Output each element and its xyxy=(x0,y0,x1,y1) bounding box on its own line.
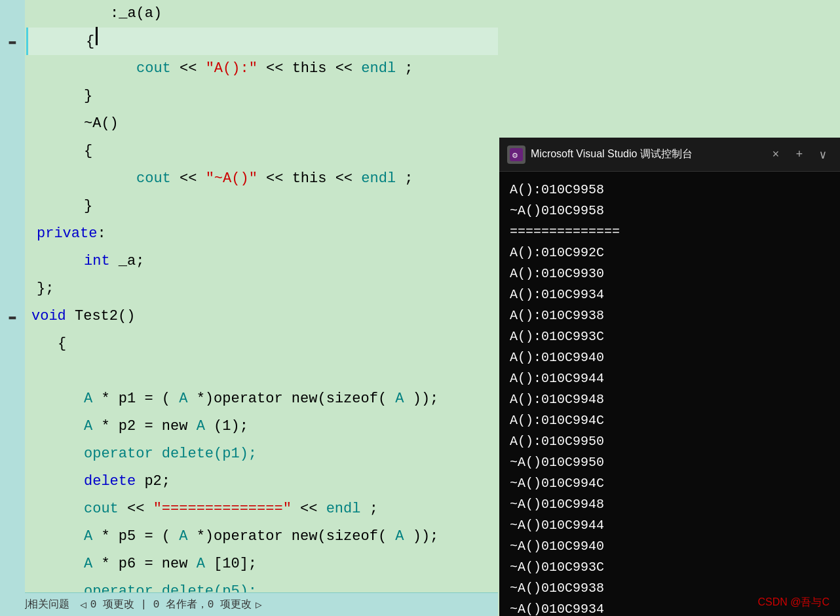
code-text: }; xyxy=(31,275,54,303)
code-text: operator delete(p1); xyxy=(31,440,257,468)
console-line: A():010C994C xyxy=(510,410,830,431)
code-text: int _a; xyxy=(31,248,144,275)
code-line-18: delete p2; xyxy=(26,468,498,495)
code-line-17: operator delete(p1); xyxy=(26,440,498,468)
code-text: cout << "==============" << endl ; xyxy=(31,495,378,523)
code-text: A * p2 = new A (1); xyxy=(31,413,248,440)
add-button[interactable]: + xyxy=(790,145,809,164)
gutter-empty-5 xyxy=(0,165,25,193)
console-line: ~A()010C9950 xyxy=(510,452,830,473)
csdn-watermark: CSDN @吾与C xyxy=(757,596,830,609)
console-line: A():010C992C xyxy=(510,242,830,263)
code-text: delete p2; xyxy=(31,468,170,495)
code-line-12: void Test2() xyxy=(26,303,498,330)
gutter-empty-7 xyxy=(0,220,25,248)
gutter-empty-8 xyxy=(0,248,25,275)
editor-area: ▬ ▬ :_a(a) { cout << "A():" << this xyxy=(0,0,498,616)
code-text: cout << "A():" << this << endl ; xyxy=(31,55,413,83)
console-line: A():010C9934 xyxy=(510,284,830,305)
code-text: private: xyxy=(31,220,106,248)
code-text: } xyxy=(31,83,92,110)
status-bar: 找到相关问题 ◁ 0 项更改 | 0 名作者，0 项更改 ▷ xyxy=(0,592,498,616)
code-line-21: A * p6 = new A [10]; xyxy=(26,550,498,578)
gutter-empty-10 xyxy=(0,330,25,358)
console-line: ~A()010C9940 xyxy=(510,536,830,557)
svg-text:⚙: ⚙ xyxy=(512,151,518,159)
code-block: :_a(a) { cout << "A():" << this << endl … xyxy=(0,0,498,616)
vs-icon: ⚙ xyxy=(507,145,525,164)
console-line: ~A()010C9944 xyxy=(510,515,830,536)
code-line-5: ~A() xyxy=(26,110,498,138)
status-arrow-left[interactable]: ◁ xyxy=(80,598,86,611)
code-text: A * p1 = ( A *)operator new(sizeof( A ))… xyxy=(31,385,438,413)
console-line: A():010C9948 xyxy=(510,389,830,410)
code-line-20: A * p5 = ( A *)operator new(sizeof( A ))… xyxy=(26,523,498,550)
code-line-16: A * p2 = new A (1); xyxy=(26,413,498,440)
status-arrow-right[interactable]: ▷ xyxy=(256,598,262,611)
code-text: void Test2() xyxy=(31,303,135,330)
gutter: ▬ ▬ xyxy=(0,0,25,616)
console-line: A():010C9950 xyxy=(510,431,830,452)
gutter-collapse-2[interactable]: ▬ xyxy=(0,303,25,330)
gutter-empty-3 xyxy=(0,110,25,138)
console-line: ~A()010C993C xyxy=(510,557,830,578)
gutter-empty-1 xyxy=(0,55,25,83)
console-line: A():010C9958 xyxy=(510,180,830,201)
gutter-empty-2 xyxy=(0,83,25,110)
close-button[interactable]: × xyxy=(767,145,785,164)
chevron-down-icon[interactable]: ∨ xyxy=(814,145,832,164)
code-line-13: { xyxy=(26,330,498,358)
console-line: A():010C9944 xyxy=(510,368,830,389)
code-text: { xyxy=(31,138,92,165)
gutter-empty-4 xyxy=(0,138,25,165)
code-line-3: cout << "A():" << this << endl ; xyxy=(26,55,498,83)
console-line: A():010C9938 xyxy=(510,305,830,326)
console-line: ~A()010C9948 xyxy=(510,494,830,515)
gutter-empty-9 xyxy=(0,275,25,303)
code-text: cout << "~A()" << this << endl ; xyxy=(31,165,413,193)
code-text xyxy=(31,358,92,385)
console-line: ~A()010C9958 xyxy=(510,201,830,221)
console-line: A():010C9930 xyxy=(510,263,830,284)
code-text: ~A() xyxy=(31,110,119,138)
code-line-6: { xyxy=(26,138,498,165)
code-line-9: private: xyxy=(26,220,498,248)
code-text: { xyxy=(31,330,66,358)
console-title: Microsoft Visual Studio 调试控制台 xyxy=(531,147,761,161)
code-line-11: }; xyxy=(26,275,498,303)
console-line: ============== xyxy=(510,221,830,242)
console-header: ⚙ Microsoft Visual Studio 调试控制台 × + ∨ xyxy=(499,138,840,172)
console-line: ~A()010C994C xyxy=(510,473,830,494)
code-line-8: } xyxy=(26,193,498,220)
code-line-1: :_a(a) xyxy=(26,0,498,28)
code-text: A * p5 = ( A *)operator new(sizeof( A ))… xyxy=(31,523,438,550)
code-line-2-active: { xyxy=(26,28,498,55)
console-panel: ⚙ Microsoft Visual Studio 调试控制台 × + ∨ A(… xyxy=(499,138,840,616)
gutter-empty-6 xyxy=(0,193,25,220)
code-line-19: cout << "==============" << endl ; xyxy=(26,495,498,523)
code-line-4: } xyxy=(26,83,498,110)
code-text: } xyxy=(31,193,92,220)
code-text: A * p6 = new A [10]; xyxy=(31,550,257,578)
code-line-14 xyxy=(26,358,498,385)
status-middle: 0 项更改 | 0 名作者，0 项更改 xyxy=(90,598,252,611)
console-line: A():010C993C xyxy=(510,326,830,347)
code-line-15: A * p1 = ( A *)operator new(sizeof( A ))… xyxy=(26,385,498,413)
gutter-spacer xyxy=(0,0,25,28)
code-text: { xyxy=(33,27,98,56)
gutter-collapse-1[interactable]: ▬ xyxy=(0,28,25,55)
code-text: :_a(a) xyxy=(31,0,162,28)
console-output: A():010C9958~A()010C9958==============A(… xyxy=(499,172,840,616)
code-line-10: int _a; xyxy=(26,248,498,275)
code-line-7: cout << "~A()" << this << endl ; xyxy=(26,165,498,193)
console-line: A():010C9940 xyxy=(510,347,830,368)
